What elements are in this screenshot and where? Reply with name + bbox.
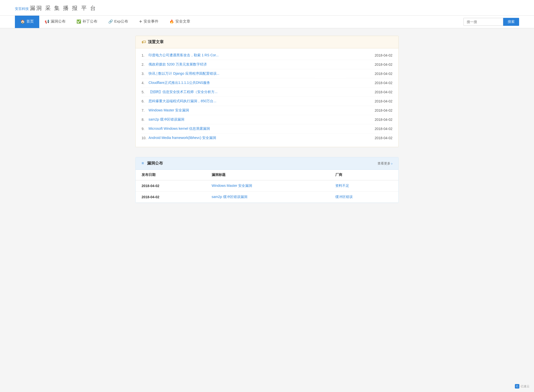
table-row: 2018-04-02 sam2p 缓冲区错误漏洞 缓冲区错误 (136, 192, 398, 203)
item-num: 8. (142, 118, 149, 122)
megaphone-icon: 📢 (45, 19, 49, 24)
search-input[interactable] (463, 18, 503, 26)
tag-icon: 🏷 (142, 40, 146, 45)
col-title-header: 漏洞标题 (206, 170, 329, 180)
item-num: 7. (142, 108, 149, 112)
item-date: 2018-04-02 (375, 99, 392, 103)
item-num: 2. (142, 63, 149, 66)
brand-name: 安百科技 (15, 7, 29, 11)
item-link[interactable]: 思科爆重大远端程式码执行漏洞，850万台... (149, 99, 216, 103)
table-cell-vendor: 缓冲区错误 (329, 192, 398, 203)
item-date: 2018-04-02 (375, 81, 392, 85)
item-link[interactable]: Windows Master 安全漏洞 (149, 108, 189, 113)
pinned-section: 🏷 顶置文章 1. 印度电力公司遭遇黑客攻击，勒索 1 RS Cor... 20… (135, 36, 399, 147)
vuln-section-title: 漏洞公布 (147, 161, 163, 165)
item-num: 5. (142, 90, 149, 94)
col-date-header: 发布日期 (136, 170, 206, 180)
site-header: 安百科技漏洞 采 集 播 报 平 台 (0, 0, 534, 16)
item-num: 1. (142, 53, 149, 57)
nav-label-home: 首页 (26, 19, 34, 24)
nav-item-patch[interactable]: ✅ 补丁公布 (71, 16, 103, 28)
item-date: 2018-04-02 (375, 90, 392, 94)
nav-label-event: 安全事件 (144, 19, 158, 24)
nav-label-article: 安全文章 (175, 19, 190, 24)
vuln-section: ≡ 漏洞公布 查看更多 › 发布日期 漏洞标题 厂商 2018-04-02 (135, 157, 399, 203)
item-link[interactable]: 印度电力公司遭遇黑客攻击，勒索 1 RS Cor... (149, 53, 219, 58)
item-num: 10. (142, 136, 149, 140)
item-link[interactable]: 快讯 | 数以万计 Django 应用程序因配置错误... (149, 71, 219, 76)
vuln-table: 发布日期 漏洞标题 厂商 2018-04-02 Windows Master 安… (136, 170, 398, 203)
site-subtitle: 漏洞 采 集 播 报 平 台 (30, 5, 97, 11)
item-date: 2018-04-02 (375, 118, 392, 122)
list-item: 4. Cloudflare正式推出1.1.1.1公共DNS服务 2018-04-… (142, 78, 392, 88)
nav-label-patch: 补丁公布 (82, 19, 97, 24)
nav-item-home[interactable]: 🏠 首页 (15, 16, 39, 28)
table-cell-vendor: 资料不足 (329, 180, 398, 192)
item-link[interactable]: sam2p 缓冲区错误漏洞 (149, 117, 184, 122)
view-more-link[interactable]: 查看更多 › (378, 161, 392, 166)
table-cell-date: 2018-04-02 (136, 192, 206, 203)
home-icon: 🏠 (20, 19, 25, 24)
nav-item-event[interactable]: ✈ 安全事件 (134, 16, 164, 28)
article-icon: 🔥 (169, 19, 174, 24)
item-date: 2018-04-02 (375, 127, 392, 131)
item-date: 2018-04-02 (375, 63, 392, 66)
nav-item-exp[interactable]: 🔗 Exp公布 (103, 16, 134, 28)
chevron-right-icon: › (391, 162, 392, 165)
site-title: 安百科技漏洞 采 集 播 报 平 台 (15, 7, 97, 11)
patch-icon: ✅ (76, 19, 81, 24)
list-item: 10. Android Media framework(libhevc) 安全漏… (142, 133, 392, 142)
item-num: 4. (142, 81, 149, 85)
item-date: 2018-04-02 (375, 108, 392, 112)
item-date: 2018-04-02 (375, 72, 392, 76)
nav-links: 🏠 首页 📢 漏洞公布 ✅ 补丁公布 🔗 Exp公布 ✈ 安全事件 🔥 安全文章 (15, 16, 196, 28)
table-row: 2018-04-02 Windows Master 安全漏洞 资料不足 (136, 180, 398, 192)
item-link[interactable]: 俄政府拨款 5200 万美元发展数字经济 (149, 62, 207, 67)
vuln-section-header: ≡ 漏洞公布 查看更多 › (136, 157, 398, 170)
nav-label-exp: Exp公布 (114, 19, 128, 24)
nav-bar: 🏠 首页 📢 漏洞公布 ✅ 补丁公布 🔗 Exp公布 ✈ 安全事件 🔥 安全文章… (0, 16, 534, 28)
list-item: 6. 思科爆重大远端程式码执行漏洞，850万台... 2018-04-02 (142, 97, 392, 106)
list-item: 8. sam2p 缓冲区错误漏洞 2018-04-02 (142, 115, 392, 124)
vuln-title-link[interactable]: sam2p 缓冲区错误漏洞 (212, 195, 247, 199)
table-cell-title: Windows Master 安全漏洞 (206, 180, 329, 192)
col-vendor-header: 厂商 (329, 170, 398, 180)
pinned-section-title: 顶置文章 (148, 39, 164, 45)
vuln-title-link[interactable]: Windows Master 安全漏洞 (212, 184, 252, 188)
item-link[interactable]: Microsoft Windows kernel 信息泄露漏洞 (149, 127, 210, 131)
event-icon: ✈ (139, 19, 142, 24)
item-num: 9. (142, 127, 149, 131)
list-item: 9. Microsoft Windows kernel 信息泄露漏洞 2018-… (142, 124, 392, 133)
list-icon: ≡ (142, 161, 144, 165)
item-num: 6. (142, 99, 149, 103)
item-link[interactable]: 【招聘】信息安全技术工程师（安全分析方... (149, 90, 218, 94)
item-link[interactable]: Android Media framework(libhevc) 安全漏洞 (149, 136, 216, 140)
list-item: 3. 快讯 | 数以万计 Django 应用程序因配置错误... 2018-04… (142, 69, 392, 78)
table-header-row: 发布日期 漏洞标题 厂商 (136, 170, 398, 180)
list-item: 2. 俄政府拨款 5200 万美元发展数字经济 2018-04-02 (142, 60, 392, 69)
item-link[interactable]: Cloudflare正式推出1.1.1.1公共DNS服务 (149, 81, 210, 85)
pinned-section-header: 🏷 顶置文章 (136, 36, 398, 48)
list-item: 7. Windows Master 安全漏洞 2018-04-02 (142, 106, 392, 115)
nav-item-vuln[interactable]: 📢 漏洞公布 (39, 16, 71, 28)
nav-label-vuln: 漏洞公布 (51, 19, 66, 24)
exp-icon: 🔗 (108, 19, 113, 24)
nav-search: 搜索 (463, 18, 519, 26)
nav-item-article[interactable]: 🔥 安全文章 (164, 16, 196, 28)
list-item: 5. 【招聘】信息安全技术工程师（安全分析方... 2018-04-02 (142, 88, 392, 97)
item-num: 3. (142, 72, 149, 76)
view-more-label: 查看更多 (378, 161, 390, 166)
pinned-list: 1. 印度电力公司遭遇黑客攻击，勒索 1 RS Cor... 2018-04-0… (136, 48, 398, 147)
item-date: 2018-04-02 (375, 53, 392, 57)
table-cell-date: 2018-04-02 (136, 180, 206, 192)
table-cell-title: sam2p 缓冲区错误漏洞 (206, 192, 329, 203)
search-button[interactable]: 搜索 (503, 18, 519, 26)
list-item: 1. 印度电力公司遭遇黑客攻击，勒索 1 RS Cor... 2018-04-0… (142, 51, 392, 60)
item-date: 2018-04-02 (375, 136, 392, 140)
main-content: 🏷 顶置文章 1. 印度电力公司遭遇黑客攻击，勒索 1 RS Cor... 20… (130, 36, 404, 203)
